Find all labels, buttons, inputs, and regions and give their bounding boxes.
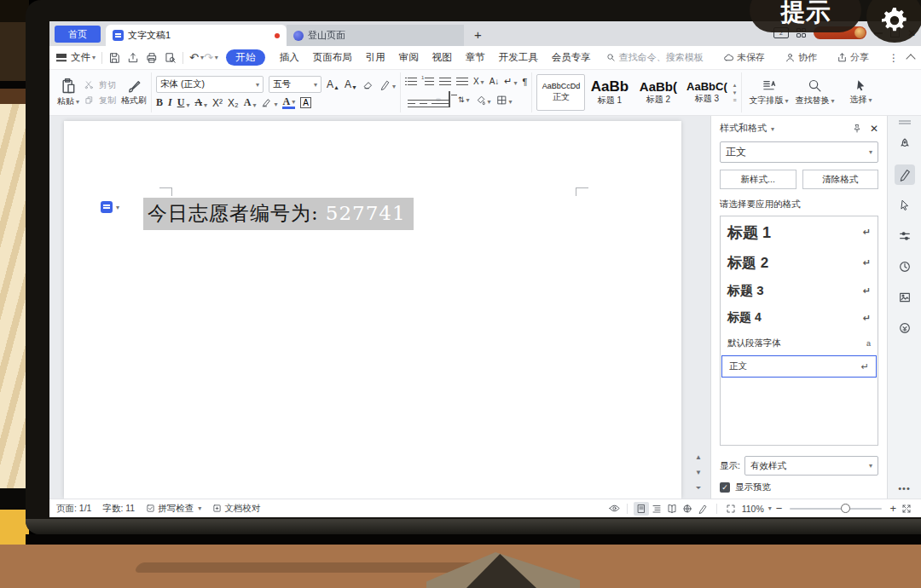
tab-view[interactable]: 视图 <box>432 51 452 64</box>
outline-view-icon[interactable] <box>649 502 664 516</box>
toolbar-options-caret[interactable]: ▾ <box>215 54 218 61</box>
sort-button[interactable]: A↓ <box>489 77 500 86</box>
find-replace-button[interactable]: 查找替换▾ <box>792 78 838 107</box>
properties-sliders-icon[interactable] <box>895 226 915 246</box>
style-card-heading3[interactable]: AaBbC( 标题 3 <box>682 74 731 111</box>
new-style-button[interactable]: 新样式... <box>720 170 796 189</box>
clear-format-icon[interactable] <box>362 78 374 90</box>
image-export-icon[interactable] <box>895 287 915 308</box>
spell-check-toggle[interactable]: 拼写检查▾ <box>146 503 201 515</box>
document-page[interactable] <box>64 121 681 499</box>
show-filter-select[interactable]: 有效样式▾ <box>744 456 878 476</box>
shading-button[interactable]: ▾ <box>475 95 491 106</box>
zoom-slider-knob[interactable] <box>841 504 850 513</box>
paragraph-mark-button[interactable]: ¶ <box>523 77 528 87</box>
share-button[interactable]: 分享 <box>837 51 869 64</box>
change-case-button[interactable]: X▾ <box>473 77 484 86</box>
web-view-icon[interactable] <box>680 502 695 516</box>
increase-indent-icon[interactable] <box>456 77 468 87</box>
read-view-icon[interactable] <box>664 502 680 516</box>
fit-page-icon[interactable] <box>723 502 739 516</box>
style-item-heading3[interactable]: 标题 3↵ <box>721 277 878 304</box>
style-item-default-font[interactable]: 默认段落字体a <box>721 331 878 355</box>
strip-more-icon[interactable]: ••• <box>888 483 921 493</box>
copy-button[interactable]: 复制 <box>84 95 116 107</box>
preview-checkbox[interactable]: ✓ <box>720 482 730 493</box>
save-status[interactable]: 未保存 <box>723 51 765 64</box>
clear-format-button[interactable]: 清除格式 <box>802 170 879 189</box>
style-item-heading2[interactable]: 标题 2↵ <box>721 248 878 277</box>
more-menu-icon[interactable]: ⋮ <box>889 52 899 64</box>
coin-icon[interactable] <box>895 318 915 338</box>
ink-pen-icon[interactable] <box>695 502 710 516</box>
command-search[interactable]: 查找命令、搜索模板 <box>606 51 704 64</box>
export-icon[interactable] <box>127 52 139 64</box>
assistant-rocket-icon[interactable] <box>895 134 915 154</box>
pin-icon[interactable] <box>852 124 862 134</box>
decrease-indent-icon[interactable] <box>439 77 451 87</box>
style-card-heading1[interactable]: AaBb 标题 1 <box>585 74 634 111</box>
tab-section[interactable]: 章节 <box>466 51 485 64</box>
save-icon[interactable] <box>108 52 120 64</box>
wrap-mark-button[interactable]: ↵▾ <box>504 76 517 87</box>
history-clock-icon[interactable] <box>895 257 915 277</box>
fullscreen-icon[interactable] <box>899 502 914 516</box>
collapse-ribbon-icon[interactable] <box>906 54 915 63</box>
char-border-button[interactable]: A <box>300 97 311 108</box>
zoom-in-button[interactable]: + <box>889 502 896 515</box>
tab-review[interactable]: 审阅 <box>399 51 419 64</box>
scroll-up-icon[interactable]: ▲ <box>695 453 702 461</box>
select-button[interactable]: 选择▾ <box>838 79 884 106</box>
collaborate-button[interactable]: 协作 <box>785 51 817 64</box>
new-tab-button[interactable]: + <box>474 27 482 42</box>
superscript-button[interactable]: X² <box>212 97 223 109</box>
print-preview-icon[interactable] <box>165 52 177 64</box>
styles-pen-icon[interactable] <box>895 164 915 185</box>
document-text-line[interactable]: 今日志愿者编号为: 527741 <box>143 198 414 230</box>
format-painter-button[interactable]: 格式刷 <box>121 78 147 107</box>
eye-protect-icon[interactable] <box>608 503 621 514</box>
highlight-button[interactable]: ▾ <box>261 97 277 108</box>
proofing-toggle[interactable]: 文档校对 <box>212 503 260 515</box>
tab-start[interactable]: 开始 <box>226 49 265 66</box>
tab-page-layout[interactable]: 页面布局 <box>313 51 352 64</box>
next-page-icon[interactable]: ⏷ <box>696 484 701 493</box>
tab-insert[interactable]: 插入 <box>280 51 299 64</box>
print-icon[interactable] <box>146 52 158 64</box>
strip-handle[interactable] <box>899 120 911 122</box>
underline-button[interactable]: U▾ <box>177 96 190 109</box>
text-effects-button[interactable]: ▾ <box>379 79 396 90</box>
paste-button[interactable]: 粘贴▾ <box>57 78 79 107</box>
line-spacing-button[interactable]: ⇅▾ <box>458 95 470 104</box>
zoom-out-button[interactable]: − <box>776 502 783 515</box>
font-size-select[interactable]: 五号▾ <box>269 76 321 93</box>
undo-icon[interactable]: ↶ <box>189 51 199 64</box>
style-card-heading2[interactable]: AaBb( 标题 2 <box>634 74 682 111</box>
panel-close-icon[interactable]: ✕ <box>870 123 878 135</box>
zoom-level[interactable]: 110%▾ <box>742 504 772 514</box>
tab-dev-tools[interactable]: 开发工具 <box>499 51 538 64</box>
bullet-list-icon[interactable] <box>405 77 417 87</box>
hint-bubble[interactable]: 提示 <box>750 0 861 32</box>
style-item-heading1[interactable]: 标题 1↵ <box>721 216 878 248</box>
zoom-slider[interactable] <box>790 508 882 510</box>
strikethrough-button[interactable]: A▾ <box>194 96 207 109</box>
italic-button[interactable]: I <box>168 96 172 109</box>
cut-button[interactable]: 剪切 <box>84 79 116 91</box>
style-card-body[interactable]: AaBbCcDd 正文 <box>536 74 585 111</box>
word-count[interactable]: 字数: 11 <box>102 503 135 515</box>
numbered-list-icon[interactable] <box>422 77 434 87</box>
menu-file[interactable]: 文件 <box>71 51 90 64</box>
text-tools-button[interactable]: 文字排版▾ <box>746 78 792 107</box>
grow-font-button[interactable]: A▲ <box>327 78 339 90</box>
char-style-button[interactable]: A▾ <box>244 96 257 109</box>
shrink-font-button[interactable]: A▼ <box>345 78 357 90</box>
redo-icon[interactable]: ↷ <box>204 51 213 64</box>
tab-member[interactable]: 会员专享 <box>552 51 591 64</box>
panel-title[interactable]: 样式和格式 ▾ <box>720 122 774 135</box>
page-scroll-buttons[interactable]: ▲ ▼ ⏷ <box>695 453 702 493</box>
tab-document[interactable]: 文字文稿1 <box>106 25 287 46</box>
print-layout-view-icon[interactable] <box>634 502 649 516</box>
align-left-icon[interactable] <box>405 98 410 101</box>
borders-button[interactable]: ▾ <box>496 95 513 106</box>
